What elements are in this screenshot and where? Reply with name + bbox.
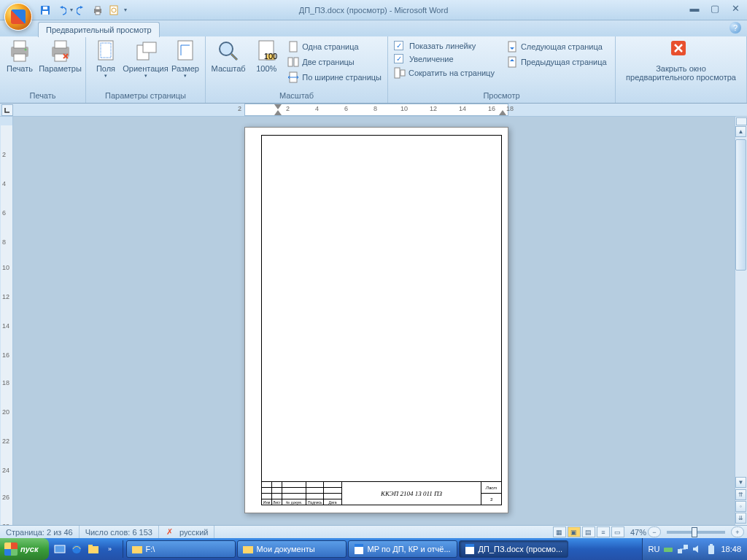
view-fullscreen-button[interactable]: ▣ — [568, 526, 581, 537]
group-label-pagesetup: Параметры страницы — [89, 90, 202, 101]
svg-rect-5 — [96, 12, 100, 15]
view-outline-button[interactable]: ≡ — [597, 526, 610, 537]
show-desktop-icon[interactable] — [52, 540, 68, 558]
svg-rect-36 — [88, 546, 98, 553]
view-print-layout-button[interactable]: ▦ — [553, 526, 566, 537]
title-block: Изм Лист № докум. Подпись Дата ККЭП 2104… — [262, 481, 501, 505]
close-preview-button[interactable]: Закрыть окно предварительного просмотра — [619, 38, 743, 83]
svg-rect-31 — [508, 57, 516, 67]
tray-volume-icon[interactable] — [692, 543, 703, 555]
svg-rect-2 — [43, 7, 47, 9]
tray-safely-remove-icon[interactable] — [662, 543, 674, 555]
show-ruler-checkbox[interactable]: ✓Показать линейку — [391, 39, 498, 52]
zoom-level[interactable]: 47% — [630, 528, 646, 537]
close-button[interactable]: ✕ — [727, 1, 744, 15]
view-web-button[interactable]: ▤ — [582, 526, 595, 537]
quick-launch-more-icon[interactable]: » — [102, 540, 118, 558]
scroll-down-button[interactable]: ▼ — [735, 477, 746, 488]
orientation-button[interactable]: Ориентация — [124, 38, 167, 80]
margins-button[interactable]: Поля — [89, 38, 123, 80]
status-words[interactable]: Число слов: 6 153 — [80, 526, 159, 538]
svg-rect-44 — [664, 548, 673, 552]
prev-page-browse-button[interactable]: ⇈ — [735, 489, 746, 500]
horizontal-ruler[interactable]: 2 2 4 6 8 10 12 14 16 18 — [244, 104, 508, 116]
group-label-view: Просмотр — [391, 90, 612, 101]
svg-rect-34 — [55, 545, 65, 553]
prev-page-button[interactable]: Предыдущая страница — [503, 55, 610, 69]
save-icon[interactable] — [38, 3, 53, 18]
svg-rect-45 — [678, 549, 682, 553]
view-draft-button[interactable]: ▭ — [611, 526, 624, 537]
scroll-thumb[interactable] — [735, 139, 746, 271]
svg-rect-28 — [395, 68, 400, 78]
svg-rect-39 — [243, 546, 253, 553]
one-page-button[interactable]: Одна страница — [285, 39, 384, 54]
redo-icon[interactable] — [74, 3, 89, 18]
undo-icon[interactable] — [54, 3, 69, 18]
taskbar-item-doc2[interactable]: ДП_ПЗ.docx (просмо... — [459, 540, 568, 558]
explorer-icon[interactable] — [85, 540, 101, 558]
quickprint-icon[interactable] — [90, 3, 105, 18]
office-button[interactable] — [4, 3, 32, 31]
svg-rect-18 — [143, 42, 156, 52]
zoom-in-button[interactable]: + — [731, 526, 744, 537]
svg-rect-13 — [55, 41, 66, 48]
svg-rect-43 — [465, 544, 474, 547]
svg-rect-1 — [42, 11, 48, 15]
print-button[interactable]: Печать — [3, 38, 36, 74]
vertical-ruler[interactable]: 2 4 6 8 10 12 14 16 18 20 22 24 26 28 — [0, 117, 13, 525]
magnifier-checkbox[interactable]: ✓Увеличение — [391, 52, 498, 65]
svg-rect-29 — [400, 70, 405, 76]
language-indicator[interactable]: RU — [649, 545, 660, 553]
next-page-browse-button[interactable]: ⇊ — [735, 513, 746, 524]
tab-print-preview[interactable]: Предварительный просмотр — [38, 22, 160, 37]
svg-rect-4 — [96, 7, 100, 9]
ie-icon[interactable] — [69, 540, 85, 558]
window-title: ДП_ПЗ.docx (просмотр) - Microsoft Word — [299, 6, 449, 15]
zoom-100-button[interactable]: 100 100% — [249, 38, 283, 74]
minimize-button[interactable]: ▬ — [686, 1, 703, 15]
svg-rect-37 — [88, 545, 93, 547]
preview-icon[interactable] — [107, 3, 121, 18]
page-preview[interactable]: Изм Лист № докум. Подпись Дата ККЭП 2104… — [244, 127, 508, 513]
vertical-scrollbar[interactable]: ▲ ▼ ⇈ ◦ ⇊ — [735, 117, 747, 525]
svg-rect-30 — [508, 42, 516, 52]
tray-network-icon[interactable] — [677, 543, 689, 555]
svg-rect-41 — [355, 544, 363, 547]
clock[interactable]: 18:48 — [721, 545, 741, 553]
svg-point-20 — [220, 42, 233, 55]
maximize-button[interactable]: ▢ — [706, 1, 724, 15]
svg-point-35 — [72, 545, 81, 553]
zoom-button[interactable]: Масштаб — [209, 38, 248, 74]
taskbar-item-doc1[interactable]: МР по ДП, КР и отчё... — [348, 540, 457, 558]
tray-power-icon[interactable] — [706, 543, 718, 555]
svg-text:100: 100 — [264, 52, 277, 61]
svg-text:✗: ✗ — [166, 527, 173, 536]
shrink-button[interactable]: Сократить на страницу — [391, 66, 498, 80]
taskbar-item-mydocs[interactable]: Мои документы — [237, 540, 347, 558]
svg-rect-26 — [294, 58, 298, 66]
next-page-button[interactable]: Следующая страница — [503, 39, 610, 54]
quick-access-toolbar: ▾ ▾ — [38, 3, 127, 18]
select-browse-button[interactable]: ◦ — [735, 501, 746, 512]
size-button[interactable]: Размер — [169, 38, 202, 80]
tab-selector[interactable] — [1, 104, 13, 116]
zoom-slider-thumb[interactable] — [692, 527, 697, 537]
two-pages-button[interactable]: Две страницы — [285, 55, 384, 69]
help-icon[interactable]: ? — [729, 22, 741, 34]
status-page[interactable]: Страница: 2 из 46 — [0, 526, 80, 538]
start-button[interactable]: пуск — [0, 538, 49, 560]
svg-rect-10 — [14, 54, 26, 61]
options-button[interactable]: Параметры — [38, 38, 82, 74]
zoom-slider[interactable] — [667, 531, 725, 534]
zoom-out-button[interactable]: − — [648, 526, 661, 537]
status-language[interactable]: ✗ русский — [159, 526, 214, 538]
page-width-button[interactable]: По ширине страницы — [285, 70, 384, 85]
spellcheck-icon: ✗ — [165, 527, 177, 537]
workspace: 2 4 6 8 10 12 14 16 18 20 22 24 26 28 — [0, 117, 747, 525]
svg-rect-47 — [708, 545, 714, 554]
taskbar-item-drive[interactable]: F:\ — [126, 540, 236, 558]
svg-rect-46 — [684, 545, 688, 549]
scroll-up-button[interactable]: ▲ — [735, 126, 746, 137]
toggle-ruler-button[interactable] — [736, 117, 747, 125]
